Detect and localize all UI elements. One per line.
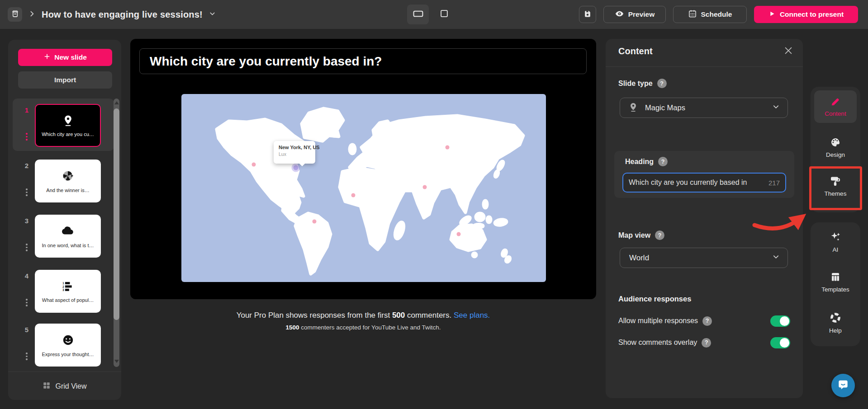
allow-multiple-responses-toggle[interactable]	[770, 315, 790, 327]
plus-icon	[43, 53, 51, 62]
rail-ai-button[interactable]: AI	[814, 229, 857, 255]
accept-note: 1500 commenters accepted for YouTube Liv…	[130, 324, 596, 331]
show-comments-help-icon[interactable]: ?	[702, 338, 711, 348]
slide-5-title: Express your thought…	[42, 352, 94, 357]
rail-design-button[interactable]: Design	[814, 134, 857, 161]
map-dot	[351, 193, 356, 197]
sidebar-divider	[8, 371, 121, 372]
grid-view-button[interactable]: Grid View	[8, 377, 121, 396]
annotation-arrow	[737, 199, 819, 244]
accept-note-text: commenters accepted for YouTube Live and…	[299, 324, 441, 331]
slide-3-number: 3	[22, 217, 32, 225]
slide-5-thumbnail[interactable]: Express your thought…	[35, 324, 101, 367]
slide-heading-textbox[interactable]: Which city are you currently based in?	[139, 48, 587, 74]
slide-4-menu[interactable]	[22, 299, 32, 306]
layout-toggles	[407, 5, 455, 24]
allow-multiple-help-icon[interactable]: ?	[702, 316, 712, 326]
slide-3-title: In one word, what is t…	[42, 243, 94, 248]
heading-input-wrap: 217	[622, 173, 786, 193]
show-comments-overlay-toggle[interactable]	[770, 337, 790, 348]
pencil-icon	[830, 97, 840, 108]
chat-launcher-button[interactable]	[831, 374, 855, 397]
slide-2-thumbnail[interactable]: And the winner is…	[35, 160, 101, 202]
landscape-view-toggle[interactable]	[407, 5, 429, 24]
svg-text:1: 1	[62, 282, 64, 285]
heading-input[interactable]	[629, 179, 765, 187]
import-button[interactable]: Import	[18, 71, 112, 89]
connect-to-present-button[interactable]: Connect to present	[754, 6, 858, 23]
slide-type-help-icon[interactable]: ?	[657, 79, 667, 88]
show-comments-overlay-row: Show comments overlay ?	[618, 336, 790, 349]
map-dots-layer	[181, 94, 546, 282]
rail-ai-label: AI	[833, 246, 839, 253]
accept-note-count: 1500	[286, 324, 299, 331]
allow-multiple-responses-label: Allow multiple responses	[618, 317, 698, 325]
audience-responses-heading: Audience responses	[618, 295, 691, 303]
map-tooltip-title: New York, NY, US	[279, 145, 315, 150]
slides-sidebar: New slide Import 1 Which city are you cu…	[8, 40, 121, 400]
rail-help-button[interactable]: Help	[814, 309, 857, 336]
grid-icon	[43, 381, 51, 391]
rail-templates-label: Templates	[821, 286, 849, 293]
library-button[interactable]	[8, 7, 22, 22]
topbar-actions: Preview Schedule Connect to present	[579, 6, 858, 23]
map-view-dropdown[interactable]: World	[620, 248, 788, 268]
map-dot	[457, 232, 461, 236]
see-plans-link[interactable]: See plans.	[454, 311, 490, 320]
slide-type-dropdown[interactable]: Magic Maps	[620, 98, 788, 118]
archive-icon	[11, 9, 19, 20]
palette-icon	[830, 137, 841, 149]
plan-note: Your Pro Plan shows responses from the f…	[130, 311, 596, 320]
slide-1-thumbnail[interactable]: Which city are you cu…	[35, 104, 101, 147]
heading-label: Heading	[625, 158, 654, 166]
heading-char-count: 217	[768, 179, 780, 187]
slide-1-number: 1	[22, 106, 32, 114]
grid-view-label: Grid View	[55, 382, 86, 390]
spinner-wheel-icon	[61, 169, 75, 184]
preview-button[interactable]: Preview	[603, 6, 666, 23]
schedule-button[interactable]: Schedule	[673, 6, 747, 23]
save-button[interactable]	[579, 6, 596, 23]
rail-templates-button[interactable]: Templates	[814, 268, 857, 296]
rail-content-button[interactable]: Content	[814, 90, 857, 123]
square-view-toggle[interactable]	[433, 5, 455, 24]
new-slide-button[interactable]: New slide	[18, 49, 112, 66]
close-panel-button[interactable]	[782, 45, 795, 58]
title-dropdown-caret-icon[interactable]	[209, 10, 216, 19]
world-map[interactable]: New York, NY, US Lux	[181, 94, 546, 282]
chevron-down-icon	[772, 253, 780, 263]
map-dot	[313, 220, 317, 224]
word-cloud-icon	[61, 224, 75, 240]
map-tooltip: New York, NY, US Lux	[274, 141, 315, 164]
heading-card: Heading ? 217	[614, 151, 794, 198]
save-icon	[583, 9, 592, 20]
map-dot	[423, 185, 427, 189]
slide-5-menu[interactable]	[22, 353, 32, 360]
slide-4-thumbnail[interactable]: 123 What aspect of popul…	[35, 270, 101, 313]
slide-canvas: Which city are you currently based in?	[130, 39, 596, 299]
slide-2-title: And the winner is…	[46, 188, 89, 193]
toggle-knob	[780, 316, 789, 326]
toggle-knob	[780, 338, 789, 348]
slide-2-menu[interactable]	[22, 188, 32, 196]
templates-icon	[830, 272, 841, 284]
slide-type-row: Slide type ?	[618, 79, 667, 88]
schedule-label: Schedule	[701, 10, 732, 19]
scroll-up-arrow-icon[interactable]	[114, 101, 119, 104]
slides-scrollbar-thumb[interactable]	[114, 108, 119, 320]
slide-4-title: What aspect of popul…	[42, 297, 94, 303]
heading-help-icon[interactable]: ?	[658, 157, 668, 166]
slide-1-menu[interactable]	[22, 133, 32, 141]
allow-multiple-responses-row: Allow multiple responses ?	[618, 315, 790, 327]
chevron-down-icon	[772, 103, 780, 113]
slide-type-label: Slide type	[618, 80, 653, 88]
map-view-help-icon[interactable]: ?	[655, 230, 664, 240]
scroll-down-arrow-icon[interactable]	[114, 360, 119, 363]
plan-note-text2: commenters.	[405, 311, 454, 320]
preview-label: Preview	[628, 10, 655, 19]
slide-3-thumbnail[interactable]: In one word, what is t…	[35, 215, 101, 258]
heading-row: Heading ?	[625, 157, 668, 166]
rail-help-label: Help	[829, 327, 842, 334]
slide-3-menu[interactable]	[22, 244, 32, 251]
slide-1-title: Which city are you cu…	[42, 132, 94, 137]
